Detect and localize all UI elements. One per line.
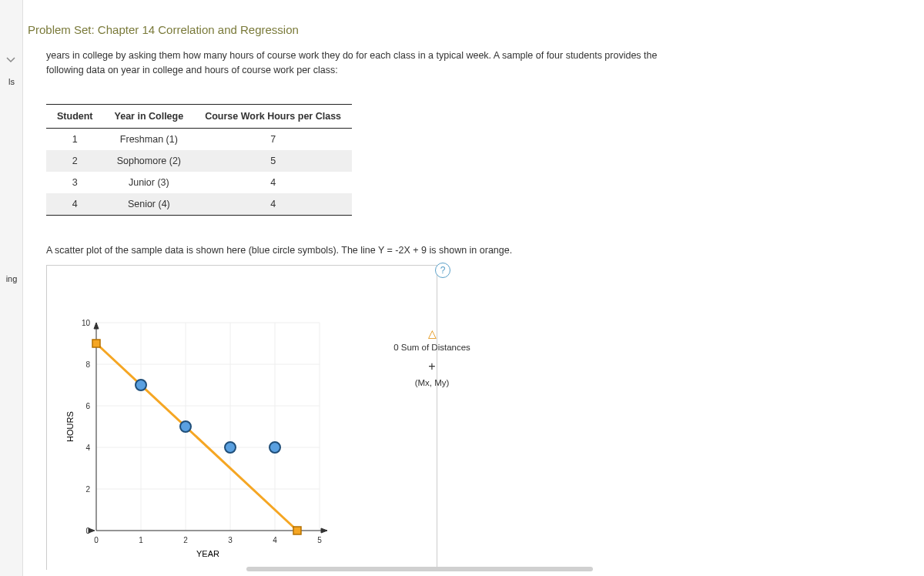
table-row: 3 Junior (3) 4 <box>46 172 352 193</box>
data-table-wrap: Student Year in College Course Work Hour… <box>28 90 918 216</box>
chart-container: ? <box>46 265 437 571</box>
data-point[interactable] <box>180 421 191 432</box>
data-point[interactable] <box>136 380 146 390</box>
content-area: Problem Set: Chapter 14 Correlation and … <box>28 15 918 570</box>
th-hours: Course Work Hours per Class <box>194 104 352 128</box>
xtick: 5 <box>317 536 322 544</box>
intro-line-1: years in college by asking them how many… <box>46 50 657 61</box>
th-year: Year in College <box>104 104 195 128</box>
table-row: 4 Senior (4) 4 <box>46 193 352 216</box>
xtick: 2 <box>183 536 188 544</box>
ytick: 6 <box>85 402 90 410</box>
ytick: 4 <box>85 444 90 452</box>
data-point[interactable] <box>270 442 280 453</box>
chart-legend: △ 0 Sum of Distances + (Mx, My) <box>386 327 478 387</box>
page-title: Problem Set: Chapter 14 Correlation and … <box>28 15 918 45</box>
line-endpoint-marker[interactable] <box>92 340 100 347</box>
x-axis-label: YEAR <box>196 549 219 558</box>
plus-icon[interactable]: + <box>386 360 478 373</box>
intro-text: years in college by asking them how many… <box>28 45 844 90</box>
ytick: 0 <box>85 527 90 535</box>
legend-sum-label: 0 Sum of Distances <box>386 343 478 352</box>
regression-line <box>96 343 297 531</box>
xtick: 4 <box>273 536 277 544</box>
ytick: 10 <box>82 319 91 327</box>
left-sidebar: ls ing <box>0 0 23 576</box>
table-header-row: Student Year in College Course Work Hour… <box>46 104 352 128</box>
xtick: 3 <box>228 536 233 544</box>
table-row: 2 Sophomore (2) 5 <box>46 150 352 172</box>
th-student: Student <box>46 104 104 128</box>
ytick: 8 <box>85 360 90 369</box>
sidebar-label-ls: ls <box>0 77 23 86</box>
xtick: 0 <box>94 536 99 544</box>
triangle-icon[interactable]: △ <box>386 327 478 340</box>
sidebar-label-ing: ing <box>0 274 23 283</box>
scatter-note: A scatter plot of the sample data is sho… <box>28 216 918 265</box>
ytick: 2 <box>85 485 90 494</box>
horizontal-scrollbar[interactable] <box>246 567 593 571</box>
chevron-down-icon[interactable] <box>6 55 15 65</box>
data-point[interactable] <box>225 442 236 453</box>
data-table: Student Year in College Course Work Hour… <box>46 104 352 216</box>
xtick: 1 <box>139 536 143 544</box>
y-axis-label: HOURS <box>65 411 75 442</box>
legend-mean-label: (Mx, My) <box>386 378 478 387</box>
intro-line-2: following data on year in college and ho… <box>46 65 338 75</box>
scatter-chart[interactable]: 0 2 4 6 8 10 0 1 2 3 4 5 YEAR HOURS <box>50 269 435 571</box>
table-row: 1 Freshman (1) 7 <box>46 128 352 150</box>
line-endpoint-marker[interactable] <box>293 527 301 534</box>
help-icon[interactable]: ? <box>435 263 450 278</box>
